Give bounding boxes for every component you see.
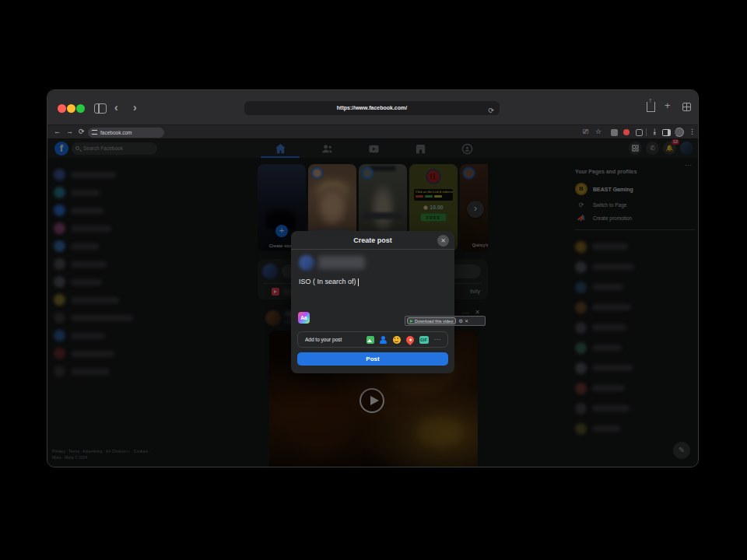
close-icon[interactable]: ✕ [437, 235, 449, 247]
feeling-emoji-icon[interactable] [393, 336, 401, 344]
cast-icon[interactable]: ⎚ [583, 128, 588, 136]
site-chip[interactable]: facebook.com [88, 128, 164, 138]
chrome-reload-icon[interactable]: ⟳ [79, 128, 85, 135]
chrome-menu-icon[interactable]: ⋮ [689, 128, 696, 135]
add-to-post-label: Add to your post [305, 337, 366, 342]
address-bar[interactable]: https://www.facebook.com/ ⟳ [244, 101, 500, 115]
facebook-page: f Search Facebook [47, 139, 699, 467]
forward-button[interactable]: › [133, 101, 137, 114]
modal-user-avatar [299, 255, 314, 271]
add-to-post-box: Add to your post GIF ··· [297, 331, 448, 348]
modal-user-name-blur [318, 256, 365, 269]
download-settings-icon[interactable]: ⚙ [458, 318, 463, 324]
traffic-light-close[interactable] [58, 104, 66, 113]
recording-extension-icon[interactable] [623, 129, 630, 135]
safari-sidebar-icon[interactable] [94, 103, 107, 114]
video-download-overlay: Download this video ⚙ ✕ [405, 316, 486, 326]
extension-icon-2[interactable] [636, 129, 643, 136]
chrome-forward-icon[interactable]: → [66, 128, 73, 135]
tag-people-icon[interactable] [380, 336, 388, 344]
toolbar-separator [646, 128, 647, 136]
create-post-modal: Create post ✕ ISO ( In search of) Aa Add… [291, 231, 454, 373]
bookmark-star-icon[interactable]: ☆ [595, 128, 601, 135]
new-tab-icon[interactable]: + [665, 100, 671, 111]
site-domain: facebook.com [100, 130, 132, 135]
modal-title: Create post [291, 231, 454, 250]
download-video-button[interactable]: Download this video [407, 317, 456, 324]
post-text-input[interactable]: ISO ( In search of) [299, 278, 359, 286]
download-play-icon [410, 320, 413, 323]
traffic-light-zoom[interactable] [76, 104, 85, 113]
browser-window: ‹ › https://www.facebook.com/ ⟳ + ← → ⟳ … [47, 89, 699, 467]
chrome-profile-avatar[interactable] [675, 128, 684, 137]
chrome-toolbar: ← → ⟳ facebook.com ⎚ ☆ ⭳ ⋮ [47, 125, 698, 139]
text-cursor [358, 278, 359, 286]
url-text: https://www.facebook.com/ [337, 105, 407, 110]
chrome-back-icon[interactable]: ← [54, 128, 61, 135]
site-info-icon [92, 130, 97, 135]
more-options-icon[interactable]: ··· [434, 336, 442, 344]
tab-overview-icon[interactable] [682, 103, 691, 111]
back-button[interactable]: ‹ [114, 101, 118, 114]
reload-icon[interactable]: ⟳ [488, 103, 494, 117]
downloads-icon[interactable]: ⭳ [651, 128, 658, 135]
traffic-light-minimize[interactable] [67, 104, 75, 113]
modal-header: Create post ✕ [291, 231, 454, 250]
gif-icon[interactable]: GIF [419, 336, 429, 344]
share-icon[interactable] [647, 102, 655, 112]
add-to-post-icons: GIF ··· [366, 336, 442, 344]
safari-toolbar: ‹ › https://www.facebook.com/ ⟳ + [47, 90, 698, 125]
check-in-location-icon[interactable] [404, 334, 415, 345]
photo-video-icon[interactable] [366, 336, 374, 344]
extension-icon-1[interactable] [611, 129, 618, 136]
text-background-button[interactable]: Aa [298, 312, 310, 324]
side-panel-icon[interactable] [662, 129, 671, 136]
post-button[interactable]: Post [297, 352, 448, 366]
download-close-icon[interactable]: ✕ [465, 318, 468, 324]
